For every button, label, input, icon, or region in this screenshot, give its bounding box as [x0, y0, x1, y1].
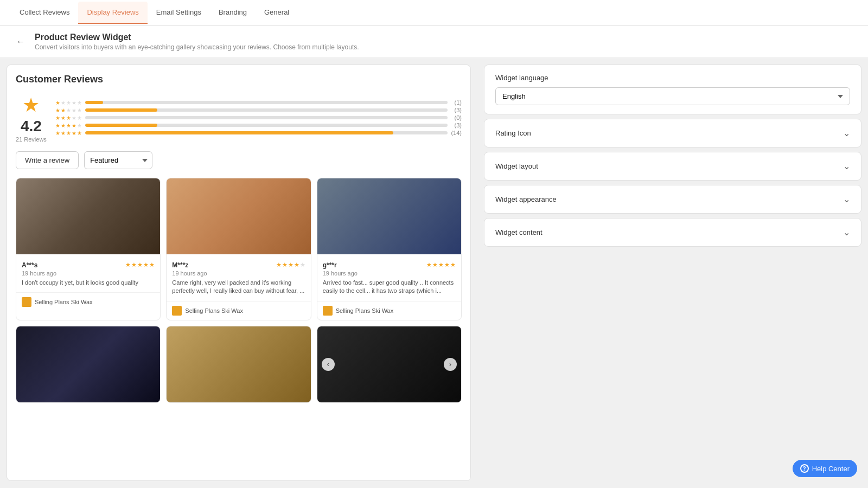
- tab-email-settings[interactable]: Email Settings: [148, 2, 210, 24]
- reviewer-stars-3: ★ ★ ★ ★ ★: [426, 261, 456, 268]
- review-image-3: [317, 178, 461, 254]
- tab-display-reviews[interactable]: Display Reviews: [78, 2, 147, 24]
- bar-count-5: (14): [451, 130, 462, 136]
- review-card-1: A***s ★ ★ ★ ★ ★ 19 hours ago I don't occ…: [16, 178, 161, 320]
- review-text-3: Arrived too fast... super good quality .…: [323, 279, 456, 296]
- stars-4: ★ ★ ★ ★ ★: [55, 123, 82, 129]
- reviewer-name-3: g***r: [323, 261, 337, 269]
- review-product-1: Selling Plans Ski Wax: [16, 292, 160, 311]
- review-body-1: A***s ★ ★ ★ ★ ★ 19 hours ago I don't occ…: [16, 254, 160, 292]
- back-button[interactable]: ←: [13, 34, 28, 49]
- review-grid: A***s ★ ★ ★ ★ ★ 19 hours ago I don't occ…: [16, 178, 462, 403]
- rating-summary: ★ 4.2 21 Reviews ★ ★ ★ ★ ★: [16, 94, 462, 143]
- widget-layout-title: Widget layout: [495, 162, 538, 170]
- widget-appearance-card: Widget appearance ⌄: [484, 185, 861, 214]
- big-star-icon: ★: [22, 94, 40, 117]
- bar-track-4: [85, 124, 448, 127]
- page-header: ← Product Review Widget Convert visitors…: [0, 26, 868, 58]
- widget-content-card: Widget content ⌄: [484, 218, 861, 247]
- product-name-3: Selling Plans Ski Wax: [336, 307, 394, 314]
- help-center-icon: ?: [800, 464, 809, 473]
- product-name-2: Selling Plans Ski Wax: [185, 307, 243, 314]
- top-nav: Collect Reviews Display Reviews Email Se…: [0, 0, 868, 26]
- reviewer-name-1: A***s: [22, 261, 37, 269]
- review-image-1: [16, 178, 160, 254]
- reviewer-stars-1: ★ ★ ★ ★ ★: [125, 261, 155, 268]
- review-image-2: [167, 178, 310, 254]
- rating-bar-4: ★ ★ ★ ★ ★ (3): [55, 122, 462, 129]
- widget-layout-header[interactable]: Widget layout ⌄: [484, 152, 861, 180]
- language-select[interactable]: English French German Spanish: [495, 87, 850, 105]
- reviewer-row-2: M***z ★ ★ ★ ★ ★: [172, 260, 305, 270]
- review-card-6: ‹ ›: [317, 326, 462, 403]
- stars-2: ★ ★ ★ ★ ★: [55, 107, 82, 113]
- carousel-prev-button[interactable]: ‹: [322, 358, 335, 371]
- product-thumb-1: [22, 297, 31, 307]
- widget-content-chevron: ⌄: [843, 227, 850, 237]
- bar-track-1: [85, 101, 448, 104]
- widget-language-label: Widget language: [495, 74, 850, 82]
- widget-content-title: Widget content: [495, 228, 542, 236]
- main-layout: Customer Reviews ★ 4.2 21 Reviews ★ ★ ★: [0, 58, 868, 487]
- product-thumb-3: [323, 306, 333, 316]
- bar-fill-2: [85, 108, 158, 112]
- review-text-1: I don't occupy it yet, but it looks good…: [22, 279, 155, 287]
- rating-bar-5: ★ ★ ★ ★ ★ (14): [55, 130, 462, 136]
- stars-3: ★ ★ ★ ★ ★: [55, 115, 82, 121]
- tab-general[interactable]: General: [256, 2, 298, 24]
- tab-collect-reviews[interactable]: Collect Reviews: [11, 2, 78, 24]
- widget-appearance-header[interactable]: Widget appearance ⌄: [484, 185, 861, 213]
- widget-appearance-title: Widget appearance: [495, 195, 557, 203]
- widget-layout-card: Widget layout ⌄: [484, 152, 861, 181]
- rating-icon-header[interactable]: Rating Icon ⌄: [484, 119, 861, 147]
- reviewer-row-1: A***s ★ ★ ★ ★ ★: [22, 260, 155, 270]
- rating-bars: ★ ★ ★ ★ ★ (1) ★ ★: [55, 99, 462, 137]
- review-image-4: [16, 326, 160, 402]
- actions-row: Write a review Featured Newest Highest R…: [16, 151, 462, 169]
- review-product-3: Selling Plans Ski Wax: [317, 301, 461, 320]
- stars-5: ★ ★ ★ ★ ★: [55, 130, 82, 136]
- review-image-6: [317, 326, 461, 402]
- review-card-3: g***r ★ ★ ★ ★ ★ 19 hours ago Arrived too…: [317, 178, 462, 320]
- page-title: Product Review Widget: [35, 33, 359, 42]
- review-image-5: [167, 326, 310, 402]
- rating-bar-1: ★ ★ ★ ★ ★ (1): [55, 99, 462, 106]
- write-review-button[interactable]: Write a review: [16, 151, 79, 169]
- widget-title: Customer Reviews: [16, 74, 462, 85]
- stars-1: ★ ★ ★ ★ ★: [55, 100, 82, 106]
- bar-count-3: (0): [451, 114, 462, 121]
- preview-scroll[interactable]: Customer Reviews ★ 4.2 21 Reviews ★ ★ ★: [7, 65, 470, 480]
- reviewer-name-2: M***z: [172, 261, 188, 269]
- page-description: Convert visitors into buyers with an eye…: [35, 43, 359, 51]
- rating-icon-card: Rating Icon ⌄: [484, 119, 861, 147]
- help-center-label: Help Center: [812, 465, 850, 473]
- rating-bar-2: ★ ★ ★ ★ ★ (3): [55, 107, 462, 113]
- review-time-2: 19 hours ago: [172, 270, 305, 277]
- bar-fill-1: [85, 101, 103, 104]
- widget-appearance-chevron: ⌄: [843, 194, 850, 204]
- review-body-2: M***z ★ ★ ★ ★ ★ 19 hours ago Came right,…: [167, 254, 310, 301]
- bar-fill-4: [85, 124, 158, 127]
- page-header-text: Product Review Widget Convert visitors i…: [35, 33, 359, 51]
- review-card-4: [16, 326, 161, 403]
- settings-panel: Widget language English French German Sp…: [477, 58, 868, 487]
- bar-track-3: [85, 116, 448, 119]
- review-card-2: M***z ★ ★ ★ ★ ★ 19 hours ago Came right,…: [166, 178, 311, 320]
- bar-count-4: (3): [451, 122, 462, 129]
- reviewer-stars-2: ★ ★ ★ ★ ★: [276, 261, 305, 268]
- widget-content-header[interactable]: Widget content ⌄: [484, 219, 861, 246]
- help-center-button[interactable]: ? Help Center: [793, 460, 857, 477]
- reviewer-row-3: g***r ★ ★ ★ ★ ★: [323, 260, 456, 270]
- review-product-2: Selling Plans Ski Wax: [167, 301, 310, 320]
- bar-count-2: (3): [451, 107, 462, 113]
- rating-count: 21 Reviews: [16, 136, 47, 143]
- bar-count-1: (1): [451, 99, 462, 106]
- rating-score: 4.2: [21, 118, 42, 135]
- carousel-next-button[interactable]: ›: [444, 358, 457, 371]
- widget-layout-chevron: ⌄: [843, 161, 850, 171]
- featured-select[interactable]: Featured Newest Highest Rating Lowest Ra…: [84, 151, 152, 169]
- review-body-3: g***r ★ ★ ★ ★ ★ 19 hours ago Arrived too…: [317, 254, 461, 301]
- bar-fill-5: [85, 131, 393, 134]
- tab-branding[interactable]: Branding: [210, 2, 256, 24]
- review-time-1: 19 hours ago: [22, 270, 155, 277]
